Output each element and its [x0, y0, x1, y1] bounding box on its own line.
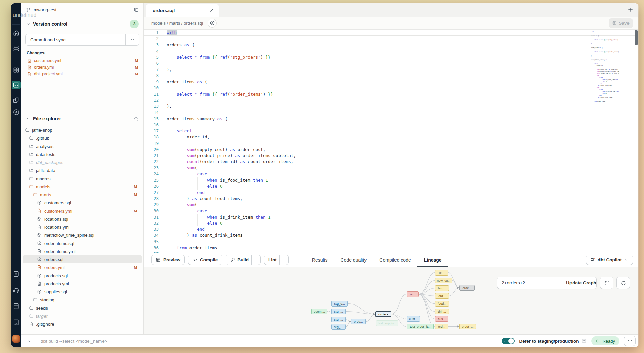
code-line[interactable]: 6	[144, 60, 638, 66]
preview-button[interactable]: Preview	[151, 255, 185, 265]
building-icon[interactable]	[13, 319, 20, 326]
code-line[interactable]: 4	[144, 48, 638, 54]
version-control-header[interactable]: Version control 3	[21, 19, 143, 29]
tab-results[interactable]: Results	[305, 253, 334, 267]
code-line[interactable]: 10	[144, 85, 638, 91]
tree-item-locations-yml[interactable]: locations.yml	[23, 223, 142, 231]
tree-item-order-items-yml[interactable]: order_items.yml	[23, 247, 142, 255]
code-line[interactable]: 3orders as (	[144, 42, 638, 48]
editor-scrollbar[interactable]	[635, 30, 638, 251]
lint-options-chevron[interactable]	[279, 255, 288, 265]
code-line[interactable]: 36 from order_items	[144, 245, 638, 251]
code-line[interactable]: 25 when is_food_item then 1	[144, 177, 638, 183]
tree-item-staging[interactable]: staging	[23, 296, 142, 304]
tree-item-customers-yml[interactable]: customers.ymlM	[23, 207, 142, 215]
refresh-button[interactable]	[616, 277, 630, 289]
lineage-node-y4[interactable]: ord...	[435, 293, 449, 299]
clipboard-icon[interactable]	[13, 270, 20, 277]
lineage-node-ecom[interactable]: ecom....	[311, 309, 327, 314]
code-line[interactable]: 20 sum(supply_cost) as order_cost,	[144, 147, 638, 153]
tree-item-supplies-sql[interactable]: supplies.sql	[23, 288, 142, 296]
code-line[interactable]: 26 else 0	[144, 183, 638, 189]
lineage-node-exp[interactable]: orde...	[459, 285, 475, 291]
build-options-chevron[interactable]	[251, 255, 260, 265]
code-line[interactable]: 2	[144, 36, 638, 42]
code-line[interactable]: 34 ) as count_drink_items	[144, 232, 638, 238]
code-line[interactable]: 11 select * from {{ ref('order_items') }…	[144, 91, 638, 97]
changed-file-row[interactable]: orders.ymlM	[21, 64, 143, 71]
lineage-node-y3[interactable]: larg...	[435, 285, 449, 291]
lineage-node-stg2[interactable]: stg_...	[331, 309, 346, 314]
code-line[interactable]: 17 select	[144, 128, 638, 134]
changed-file-row[interactable]: dbt_project.ymlM	[21, 71, 143, 77]
lineage-node-y7[interactable]: ord...	[435, 324, 448, 329]
lineage-filter-input[interactable]	[497, 277, 566, 289]
code-line[interactable]: 5 select * from {{ ref('stg_orders') }}	[144, 54, 638, 60]
tree-item-jaffle-data[interactable]: jaffle-data	[23, 166, 142, 174]
code-line[interactable]: 33 end	[144, 226, 638, 232]
tree-item-order-items-sql[interactable]: order_items.sql	[23, 239, 142, 247]
lineage-node-orp[interactable]: or...	[407, 291, 419, 297]
code-line[interactable]: 32 else 0	[144, 220, 638, 226]
compile-button[interactable]: Compile	[188, 255, 222, 265]
update-graph-button[interactable]: Update Graph	[566, 277, 596, 289]
lineage-node-stg4[interactable]: stg_...	[331, 324, 346, 330]
lineage-node-ordi[interactable]: orde...	[351, 319, 366, 324]
tree-item-seeds[interactable]: seeds	[23, 304, 142, 312]
tree-item--gitignore[interactable]: .gitignore	[23, 320, 142, 328]
tree-item--github[interactable]: .github	[23, 134, 142, 142]
changed-file-row[interactable]: customers.ymlM	[21, 57, 143, 64]
code-editor[interactable]: 1with23orders as (45 select * from {{ re…	[144, 30, 638, 253]
code-line[interactable]: 30 case	[144, 208, 638, 214]
lint-button[interactable]: Lint	[264, 255, 289, 265]
code-line[interactable]: 16	[144, 122, 638, 128]
lineage-node-toi[interactable]: test_order_it...	[407, 324, 434, 329]
command-input[interactable]: dbt build --select <model_name>	[41, 339, 502, 344]
windows-icon[interactable]	[13, 97, 20, 104]
grid-icon[interactable]	[13, 67, 20, 73]
code-line[interactable]: 29 sum(	[144, 202, 638, 208]
search-icon[interactable]	[134, 116, 139, 121]
dbt-copilot-button[interactable]: dbt Copilot	[586, 255, 633, 265]
code-line[interactable]: 23 sum(	[144, 165, 638, 171]
tree-item-analyses[interactable]: analyses	[23, 142, 142, 150]
lineage-node-stg1[interactable]: stg_o...	[331, 301, 348, 307]
file-explorer-header[interactable]: File explorer	[21, 114, 143, 124]
code-line[interactable]: 24 case	[144, 171, 638, 177]
tree-item-metricflow-time-spine-sql[interactable]: metricflow_time_spine.sql	[23, 231, 142, 239]
lineage-node-orders[interactable]: orders	[375, 311, 391, 317]
tab-orders-sql[interactable]: orders.sql	[146, 4, 219, 17]
code-line[interactable]: 28 ) as count_food_items,	[144, 196, 638, 202]
book-icon[interactable]	[13, 303, 20, 310]
lineage-node-y1[interactable]: or...	[435, 270, 448, 276]
code-line[interactable]: 18 order_id,	[144, 134, 638, 140]
code-line[interactable]: 21 sum(product_price) as order_items_sub…	[144, 153, 638, 159]
code-window-icon[interactable]	[12, 81, 21, 89]
code-line[interactable]: 14	[144, 109, 638, 116]
more-options-button[interactable]	[624, 336, 636, 346]
build-button[interactable]: Build	[226, 255, 261, 265]
save-button[interactable]: Save	[609, 18, 633, 28]
code-line[interactable]: 31 when is_drink_item then 1	[144, 214, 638, 220]
code-line[interactable]: 19	[144, 140, 638, 147]
tree-item-data-tests[interactable]: data-tests	[23, 150, 142, 158]
tab-lineage[interactable]: Lineage	[417, 253, 448, 267]
code-line[interactable]: 12	[144, 97, 638, 103]
tab-code-quality[interactable]: Code quality	[334, 253, 373, 267]
tree-item-orders-yml[interactable]: orders.ymlM	[23, 263, 142, 271]
close-icon[interactable]	[209, 8, 214, 13]
compass-icon[interactable]	[13, 109, 20, 116]
tree-item-dbt-packages[interactable]: dbt_packages	[23, 158, 142, 166]
lineage-node-y2[interactable]: new_cu...	[435, 278, 452, 283]
copy-icon[interactable]	[134, 7, 139, 12]
code-line[interactable]: 35	[144, 239, 638, 245]
open-in-explore-button[interactable]	[208, 19, 217, 28]
commit-options-chevron[interactable]	[125, 34, 139, 45]
lineage-node-y5[interactable]: food...	[435, 301, 449, 307]
tree-item-products-sql[interactable]: products.sql	[23, 271, 142, 280]
code-line[interactable]: 22 count(order_item_id) as count_order_i…	[144, 159, 638, 165]
tree-item-target[interactable]: target	[23, 312, 142, 320]
tree-item-models[interactable]: modelsM	[23, 183, 142, 191]
lineage-node-y8[interactable]: order_...	[459, 324, 476, 329]
tree-item-marts[interactable]: martsM	[23, 191, 142, 199]
